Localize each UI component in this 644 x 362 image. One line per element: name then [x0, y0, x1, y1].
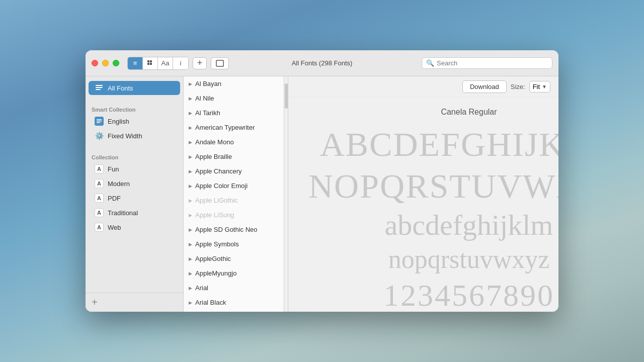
preview-panel: Download Size: Fit ▼ Canela Regular ABCD… — [288, 76, 558, 312]
font-name: Apple Chancery — [195, 167, 242, 175]
maximize-button[interactable] — [113, 60, 119, 66]
download-button[interactable]: Download — [462, 80, 507, 93]
close-button[interactable] — [92, 60, 98, 66]
font-item-andale-mono[interactable]: ▶ Andale Mono — [184, 135, 284, 149]
preview-content: Canela Regular ABCDEFGHIJKLM NOPQRSTUVWX… — [288, 98, 558, 312]
search-bar[interactable]: 🔍 — [422, 57, 552, 69]
chevron-icon: ▶ — [189, 111, 192, 116]
fun-label: Fun — [108, 165, 119, 173]
font-name: Arial Black — [195, 299, 226, 306]
chevron-icon: ▶ — [189, 242, 192, 247]
sidebar-item-english[interactable]: English — [89, 114, 180, 128]
font-item-apple-color-emoji[interactable]: ▶ Apple Color Emoji — [184, 178, 284, 193]
all-fonts-icon — [95, 83, 104, 93]
font-book-window: ≡ Aa i + All Fonts (298 Fo — [86, 50, 558, 312]
chevron-icon: ▶ — [189, 286, 192, 291]
chevron-icon: ▶ — [189, 271, 192, 276]
font-item-al-bayan[interactable]: ▶ Al Bayan — [184, 76, 284, 91]
preview-button[interactable] — [211, 57, 229, 69]
svg-rect-0 — [147, 60, 149, 62]
font-item-apple-ligothic[interactable]: ▶ Apple LiGothic — [184, 193, 284, 208]
preview-uppercase2-text: NOPQRSTUVWXYZ — [308, 167, 558, 205]
all-fonts-section: All Fonts — [86, 76, 183, 100]
font-item-arial-hebrew[interactable]: ▶ Arial Hebrew — [184, 310, 284, 312]
size-chevron-icon: ▼ — [542, 84, 547, 89]
title-bar: ≡ Aa i + All Fonts (298 Fo — [86, 50, 558, 76]
sidebar-item-modern[interactable]: A Modern — [89, 176, 180, 191]
sidebar-item-traditional[interactable]: A Traditional — [89, 206, 180, 220]
sidebar-footer: + — [86, 293, 183, 312]
font-item-al-tarikh[interactable]: ▶ Al Tarikh — [184, 106, 284, 120]
web-label: Web — [108, 224, 121, 231]
pdf-label: PDF — [108, 195, 121, 202]
font-item-applegothic[interactable]: ▶ AppleGothic — [184, 251, 284, 266]
font-item-american-typewriter[interactable]: ▶ American Typewriter — [184, 120, 284, 135]
list-view-button[interactable]: ≡ — [128, 57, 143, 69]
font-item-apple-lisung[interactable]: ▶ Apple LiSung — [184, 208, 284, 222]
fun-icon: A — [95, 164, 104, 173]
svg-rect-3 — [150, 63, 152, 65]
info-button[interactable]: i — [173, 57, 188, 69]
collection-header: Collection — [86, 151, 183, 161]
sidebar-item-web[interactable]: A Web — [89, 220, 180, 234]
traditional-label: Traditional — [108, 209, 138, 217]
chevron-icon: ▶ — [189, 154, 192, 159]
font-name: Al Tarikh — [195, 109, 220, 117]
font-list-scrollbar[interactable] — [284, 76, 288, 312]
chevron-icon: ▶ — [189, 169, 192, 174]
add-collection-button[interactable]: + — [92, 297, 98, 307]
font-item-apple-braille[interactable]: ▶ Apple Braille — [184, 149, 284, 164]
font-item-arial[interactable]: ▶ Arial — [184, 281, 284, 295]
pdf-icon: A — [95, 194, 104, 203]
preview-content-wrapper: Canela Regular ABCDEFGHIJKLM NOPQRSTUVWX… — [288, 98, 558, 312]
svg-rect-5 — [96, 85, 103, 86]
preview-toolbar: Download Size: Fit ▼ — [288, 76, 558, 98]
font-item-applemyungjo[interactable]: ▶ AppleMyungjo — [184, 266, 284, 281]
sidebar-item-all-fonts[interactable]: All Fonts — [89, 81, 180, 95]
traditional-icon: A — [95, 208, 104, 217]
svg-rect-6 — [96, 87, 103, 88]
preview-uppercase-text: ABCDEFGHIJKLM — [308, 126, 558, 163]
grid-view-button[interactable] — [143, 57, 158, 69]
font-name: Andale Mono — [195, 138, 234, 146]
chevron-icon: ▶ — [189, 300, 192, 305]
font-name: Apple Symbols — [195, 240, 239, 248]
sidebar-item-fun[interactable]: A Fun — [89, 162, 180, 176]
svg-rect-4 — [216, 60, 223, 66]
chevron-icon: ▶ — [189, 213, 192, 218]
sidebar-item-fixed-width[interactable]: ⚙️ Fixed Width — [89, 129, 180, 143]
font-item-apple-chancery[interactable]: ▶ Apple Chancery — [184, 164, 284, 178]
add-button[interactable]: + — [193, 57, 207, 69]
font-name: AppleGothic — [195, 255, 231, 262]
font-list-scroll-thumb[interactable] — [285, 83, 288, 109]
all-fonts-label: All Fonts — [108, 84, 133, 92]
chevron-icon: ▶ — [189, 125, 192, 130]
sidebar-item-pdf[interactable]: A PDF — [89, 191, 180, 205]
font-item-arial-black[interactable]: ▶ Arial Black — [184, 295, 284, 310]
font-list-container: ▶ Al Bayan ▶ Al Nile ▶ Al Tarikh ▶ Ameri… — [184, 76, 288, 312]
font-preview-button[interactable]: Aa — [158, 57, 173, 69]
font-item-apple-symbols[interactable]: ▶ Apple Symbols — [184, 237, 284, 251]
smart-collection-section: Smart Collection English ⚙️ Fixed Width — [86, 100, 183, 147]
minimize-button[interactable] — [102, 60, 109, 66]
sidebar: All Fonts Smart Collection English — [86, 76, 184, 312]
window-title: All Fonts (298 Fonts) — [292, 59, 353, 67]
chevron-icon: ▶ — [189, 227, 192, 232]
modern-icon: A — [95, 179, 104, 188]
svg-rect-9 — [97, 121, 102, 122]
font-name: American Typewriter — [195, 124, 255, 131]
size-value: Fit — [533, 83, 540, 90]
chevron-icon: ▶ — [189, 256, 192, 261]
size-select[interactable]: Fit ▼ — [529, 81, 550, 93]
font-name: AppleMyungjo — [195, 269, 236, 277]
english-label: English — [108, 118, 129, 125]
preview-numbers-text: 1234567890 — [308, 278, 558, 312]
font-name: Al Nile — [195, 95, 214, 102]
svg-rect-1 — [150, 60, 152, 62]
toolbar: ≡ Aa i + — [127, 57, 229, 70]
smart-collection-header: Smart Collection — [86, 104, 183, 114]
font-item-al-nile[interactable]: ▶ Al Nile — [184, 91, 284, 106]
search-input[interactable] — [437, 59, 548, 67]
font-name: Apple LiGothic — [195, 197, 238, 204]
font-item-apple-sd-gothic-neo[interactable]: ▶ Apple SD Gothic Neo — [184, 222, 284, 237]
